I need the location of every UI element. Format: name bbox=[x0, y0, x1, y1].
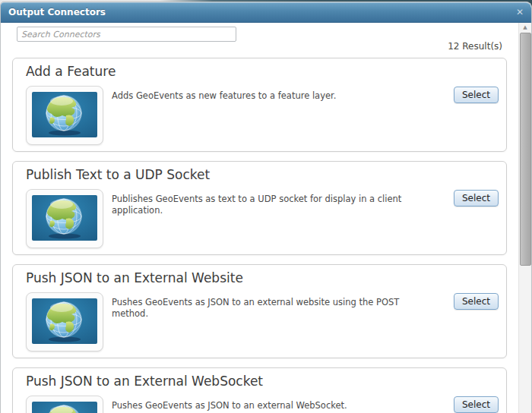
scrollbar[interactable]: ▲ bbox=[518, 23, 531, 413]
screen: Output Connectors ✕ 12 Result(s) Add a F… bbox=[0, 0, 532, 413]
connector-card: Add a Feature Adds GeoEvents as new feat… bbox=[12, 58, 507, 152]
search-input[interactable] bbox=[17, 27, 236, 42]
scrollbar-thumb[interactable] bbox=[520, 33, 531, 266]
globe-icon bbox=[32, 402, 97, 413]
dialog-titlebar: Output Connectors ✕ bbox=[1, 2, 531, 23]
connector-description: Adds GeoEvents as new features to a feat… bbox=[112, 90, 438, 102]
connector-title: Add a Feature bbox=[26, 64, 116, 79]
dialog-body: 12 Result(s) Add a Feature Adds GeoEvent… bbox=[1, 23, 531, 413]
connector-title: Push JSON to an External WebSocket bbox=[26, 374, 263, 389]
globe-icon bbox=[32, 92, 97, 137]
dialog-title: Output Connectors bbox=[8, 2, 106, 22]
connector-description: Publishes GeoEvents as text to a UDP soc… bbox=[112, 194, 438, 216]
connector-card: Push JSON to an External Website Pushes … bbox=[12, 264, 507, 358]
connector-thumbnail bbox=[26, 396, 103, 413]
close-icon[interactable]: ✕ bbox=[514, 6, 526, 18]
select-button[interactable]: Select bbox=[454, 293, 499, 310]
connector-title: Publish Text to a UDP Socket bbox=[26, 167, 210, 182]
connector-list: Add a Feature Adds GeoEvents as new feat… bbox=[12, 58, 507, 413]
connector-title: Push JSON to an External Website bbox=[26, 270, 243, 285]
connector-card: Push JSON to an External WebSocket Pushe… bbox=[12, 367, 507, 413]
connector-description: Pushes GeoEvents as JSON to an external … bbox=[112, 400, 438, 411]
connector-card: Publish Text to a UDP Socket Publishes G… bbox=[12, 161, 507, 255]
select-button[interactable]: Select bbox=[454, 190, 499, 206]
globe-icon bbox=[32, 298, 97, 344]
select-button[interactable]: Select bbox=[454, 396, 499, 413]
scroll-up-icon[interactable]: ▲ bbox=[519, 23, 531, 33]
output-connectors-dialog: Output Connectors ✕ 12 Result(s) Add a F… bbox=[0, 2, 532, 413]
results-count: 12 Result(s) bbox=[448, 41, 502, 52]
connector-description: Pushes GeoEvents as JSON to an external … bbox=[112, 297, 438, 320]
select-button[interactable]: Select bbox=[454, 87, 499, 103]
globe-icon bbox=[32, 195, 97, 241]
connector-thumbnail bbox=[26, 86, 103, 145]
connector-thumbnail bbox=[26, 292, 103, 352]
connector-thumbnail bbox=[26, 189, 103, 248]
